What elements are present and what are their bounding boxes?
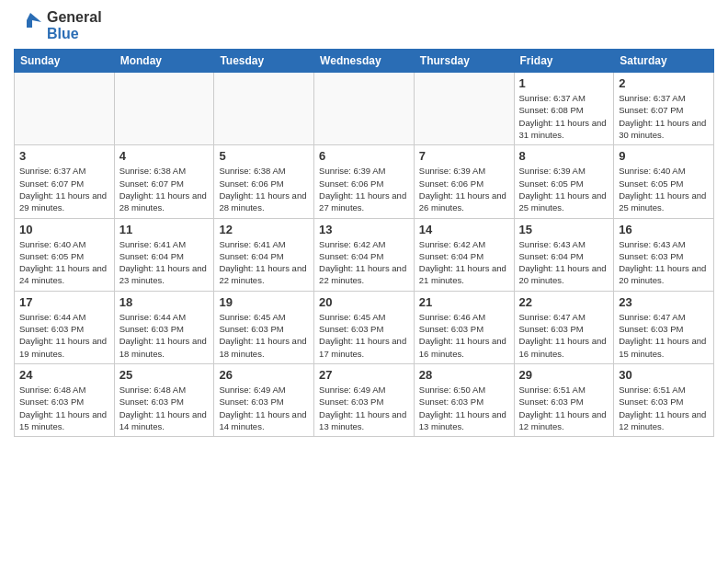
day-cell <box>15 73 115 145</box>
col-header-monday: Monday <box>114 50 214 73</box>
day-cell: 2Sunrise: 6:37 AM Sunset: 6:07 PM Daylig… <box>614 73 714 145</box>
week-row-2: 10Sunrise: 6:40 AM Sunset: 6:05 PM Dayli… <box>15 218 714 291</box>
day-cell: 13Sunrise: 6:42 AM Sunset: 6:04 PM Dayli… <box>314 218 415 291</box>
day-cell <box>214 73 314 145</box>
day-number: 11 <box>119 223 210 236</box>
day-info: Sunrise: 6:39 AM Sunset: 6:06 PM Dayligh… <box>319 165 409 213</box>
day-info: Sunrise: 6:51 AM Sunset: 6:03 PM Dayligh… <box>519 384 609 432</box>
day-info: Sunrise: 6:40 AM Sunset: 6:05 PM Dayligh… <box>619 165 709 213</box>
day-info: Sunrise: 6:50 AM Sunset: 6:03 PM Dayligh… <box>419 384 509 432</box>
day-number: 7 <box>419 149 509 163</box>
day-cell <box>114 73 214 145</box>
logo: GeneralBlue <box>14 9 102 41</box>
day-number: 24 <box>19 368 109 382</box>
day-info: Sunrise: 6:43 AM Sunset: 6:04 PM Dayligh… <box>519 238 609 287</box>
day-number: 15 <box>519 223 609 236</box>
day-info: Sunrise: 6:42 AM Sunset: 6:04 PM Dayligh… <box>419 238 509 287</box>
day-cell: 8Sunrise: 6:39 AM Sunset: 6:05 PM Daylig… <box>514 145 614 218</box>
day-cell: 21Sunrise: 6:46 AM Sunset: 6:03 PM Dayli… <box>414 291 514 363</box>
col-header-thursday: Thursday <box>414 50 514 73</box>
day-cell: 12Sunrise: 6:41 AM Sunset: 6:04 PM Dayli… <box>214 218 314 291</box>
week-row-0: 1Sunrise: 6:37 AM Sunset: 6:08 PM Daylig… <box>15 73 714 145</box>
week-row-1: 3Sunrise: 6:37 AM Sunset: 6:07 PM Daylig… <box>15 145 714 218</box>
day-number: 20 <box>319 295 409 309</box>
day-info: Sunrise: 6:41 AM Sunset: 6:04 PM Dayligh… <box>219 238 309 287</box>
day-info: Sunrise: 6:37 AM Sunset: 6:07 PM Dayligh… <box>619 92 709 141</box>
col-header-sunday: Sunday <box>15 50 115 73</box>
col-header-tuesday: Tuesday <box>214 50 314 73</box>
day-number: 13 <box>319 223 409 236</box>
day-cell <box>414 73 514 145</box>
day-cell: 27Sunrise: 6:49 AM Sunset: 6:03 PM Dayli… <box>314 363 415 436</box>
day-info: Sunrise: 6:48 AM Sunset: 6:03 PM Dayligh… <box>119 384 210 432</box>
day-number: 28 <box>419 368 509 382</box>
day-info: Sunrise: 6:37 AM Sunset: 6:07 PM Dayligh… <box>19 165 109 213</box>
day-number: 12 <box>219 223 309 236</box>
day-info: Sunrise: 6:42 AM Sunset: 6:04 PM Dayligh… <box>319 238 409 287</box>
day-cell: 1Sunrise: 6:37 AM Sunset: 6:08 PM Daylig… <box>514 73 614 145</box>
day-info: Sunrise: 6:39 AM Sunset: 6:06 PM Dayligh… <box>419 165 509 213</box>
day-info: Sunrise: 6:44 AM Sunset: 6:03 PM Dayligh… <box>19 311 109 360</box>
day-info: Sunrise: 6:49 AM Sunset: 6:03 PM Dayligh… <box>319 384 409 432</box>
day-info: Sunrise: 6:47 AM Sunset: 6:03 PM Dayligh… <box>519 311 609 360</box>
day-cell: 26Sunrise: 6:49 AM Sunset: 6:03 PM Dayli… <box>214 363 314 436</box>
day-info: Sunrise: 6:41 AM Sunset: 6:04 PM Dayligh… <box>119 238 210 287</box>
day-number: 16 <box>619 223 709 236</box>
day-number: 10 <box>19 223 109 236</box>
day-number: 22 <box>519 295 609 309</box>
day-info: Sunrise: 6:37 AM Sunset: 6:08 PM Dayligh… <box>519 92 609 141</box>
day-number: 9 <box>619 149 709 163</box>
day-cell: 23Sunrise: 6:47 AM Sunset: 6:03 PM Dayli… <box>614 291 714 363</box>
day-number: 8 <box>519 149 609 163</box>
day-cell: 7Sunrise: 6:39 AM Sunset: 6:06 PM Daylig… <box>414 145 514 218</box>
day-number: 1 <box>519 76 609 90</box>
day-number: 25 <box>119 368 210 382</box>
day-info: Sunrise: 6:43 AM Sunset: 6:03 PM Dayligh… <box>619 238 709 287</box>
week-row-3: 17Sunrise: 6:44 AM Sunset: 6:03 PM Dayli… <box>15 291 714 363</box>
col-header-wednesday: Wednesday <box>314 50 415 73</box>
day-info: Sunrise: 6:49 AM Sunset: 6:03 PM Dayligh… <box>219 384 309 432</box>
day-cell: 22Sunrise: 6:47 AM Sunset: 6:03 PM Dayli… <box>514 291 614 363</box>
page-header: GeneralBlue <box>14 9 714 41</box>
day-cell: 19Sunrise: 6:45 AM Sunset: 6:03 PM Dayli… <box>214 291 314 363</box>
day-number: 6 <box>319 149 409 163</box>
day-cell: 28Sunrise: 6:50 AM Sunset: 6:03 PM Dayli… <box>414 363 514 436</box>
logo: GeneralBlue <box>14 9 102 41</box>
day-cell: 16Sunrise: 6:43 AM Sunset: 6:03 PM Dayli… <box>614 218 714 291</box>
day-cell: 15Sunrise: 6:43 AM Sunset: 6:04 PM Dayli… <box>514 218 614 291</box>
calendar-table: SundayMondayTuesdayWednesdayThursdayFrid… <box>14 49 714 437</box>
day-number: 2 <box>619 76 709 90</box>
day-number: 27 <box>319 368 409 382</box>
day-cell: 10Sunrise: 6:40 AM Sunset: 6:05 PM Dayli… <box>15 218 115 291</box>
day-number: 30 <box>619 368 709 382</box>
svg-marker-0 <box>27 13 41 28</box>
day-cell: 17Sunrise: 6:44 AM Sunset: 6:03 PM Dayli… <box>15 291 115 363</box>
col-header-saturday: Saturday <box>614 50 714 73</box>
day-number: 23 <box>619 295 709 309</box>
day-info: Sunrise: 6:44 AM Sunset: 6:03 PM Dayligh… <box>119 311 210 360</box>
day-cell: 11Sunrise: 6:41 AM Sunset: 6:04 PM Dayli… <box>114 218 214 291</box>
day-number: 29 <box>519 368 609 382</box>
day-cell: 29Sunrise: 6:51 AM Sunset: 6:03 PM Dayli… <box>514 363 614 436</box>
day-cell: 20Sunrise: 6:45 AM Sunset: 6:03 PM Dayli… <box>314 291 415 363</box>
day-info: Sunrise: 6:39 AM Sunset: 6:05 PM Dayligh… <box>519 165 609 213</box>
day-info: Sunrise: 6:48 AM Sunset: 6:03 PM Dayligh… <box>19 384 109 432</box>
day-info: Sunrise: 6:45 AM Sunset: 6:03 PM Dayligh… <box>219 311 309 360</box>
day-info: Sunrise: 6:45 AM Sunset: 6:03 PM Dayligh… <box>319 311 409 360</box>
day-cell: 9Sunrise: 6:40 AM Sunset: 6:05 PM Daylig… <box>614 145 714 218</box>
day-number: 26 <box>219 368 309 382</box>
day-info: Sunrise: 6:51 AM Sunset: 6:03 PM Dayligh… <box>619 384 709 432</box>
day-number: 18 <box>119 295 210 309</box>
day-number: 17 <box>19 295 109 309</box>
day-cell: 24Sunrise: 6:48 AM Sunset: 6:03 PM Dayli… <box>15 363 115 436</box>
day-number: 19 <box>219 295 309 309</box>
day-number: 3 <box>19 149 109 163</box>
day-info: Sunrise: 6:38 AM Sunset: 6:06 PM Dayligh… <box>219 165 309 213</box>
day-cell: 25Sunrise: 6:48 AM Sunset: 6:03 PM Dayli… <box>114 363 214 436</box>
day-number: 14 <box>419 223 509 236</box>
day-info: Sunrise: 6:47 AM Sunset: 6:03 PM Dayligh… <box>619 311 709 360</box>
col-header-friday: Friday <box>514 50 614 73</box>
calendar-header-row: SundayMondayTuesdayWednesdayThursdayFrid… <box>15 50 714 73</box>
day-info: Sunrise: 6:38 AM Sunset: 6:07 PM Dayligh… <box>119 165 210 213</box>
day-cell: 14Sunrise: 6:42 AM Sunset: 6:04 PM Dayli… <box>414 218 514 291</box>
